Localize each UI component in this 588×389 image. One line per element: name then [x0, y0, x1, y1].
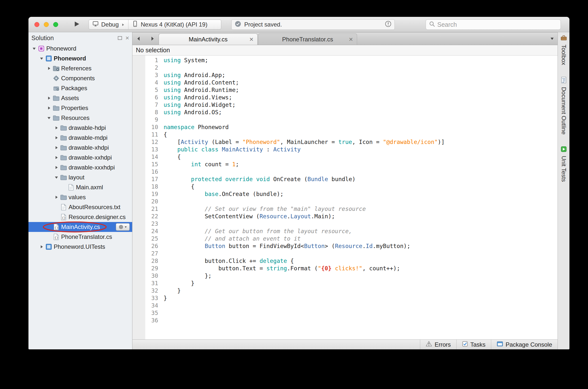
statusbar-errors-button[interactable]: Errors [420, 340, 456, 349]
expander-closed-icon[interactable] [46, 66, 52, 71]
tree-item-properties[interactable]: Properties [28, 103, 132, 113]
app-window: Debug Nexus 4 (KitKat) (API 19) Project … [28, 17, 569, 349]
tree-item-packages[interactable]: Packages [28, 83, 132, 93]
configuration-dropdown[interactable]: Debug [89, 20, 128, 29]
window-minimize-button[interactable] [44, 22, 49, 27]
build-target-icon [92, 21, 99, 29]
tree-item-label: Properties [61, 104, 88, 111]
code-line [164, 220, 558, 227]
tab-close-icon[interactable]: × [349, 36, 353, 43]
navigate-back-button[interactable] [135, 35, 142, 42]
tab-close-icon[interactable]: × [250, 36, 253, 43]
tree-item-drawable-mdpi[interactable]: drawable-mdpi [28, 133, 132, 143]
pad-dock-icon[interactable] [118, 36, 122, 40]
tree-item-drawable-xxxhdpi[interactable]: drawable-xxxhdpi [28, 162, 132, 172]
dock-tab-document-outline[interactable]: Document Outline [560, 77, 567, 134]
code-line: using Android.OS; [164, 108, 558, 116]
dock-tab-toolbox[interactable]: Toolbox [560, 35, 567, 65]
code-editor[interactable]: 1234567891011121314151617181920212223242… [132, 56, 558, 339]
tab-overflow-button[interactable] [547, 32, 558, 45]
svg-text:{}: {} [55, 236, 58, 240]
code-line: using System; [164, 57, 558, 64]
tree-item-label: Main.axml [76, 184, 103, 191]
code-line [164, 250, 558, 257]
tree-item-main-axml[interactable]: Main.axml [28, 182, 132, 192]
editor-tab-mainactivity-cs[interactable]: MainActivity.cs× [159, 33, 258, 45]
code-line: [Activity (Label = "Phoneword", MainLaun… [164, 138, 558, 146]
tree-item-layout[interactable]: layout [28, 172, 132, 182]
device-dropdown[interactable]: Nexus 4 (KitKat) (API 19) [128, 20, 211, 29]
solution-pad-title: Solution [31, 34, 54, 42]
code-line: int count = 1; [164, 161, 558, 168]
expander-closed-icon[interactable] [53, 155, 60, 160]
tree-item-drawable-xxhdpi[interactable]: drawable-xxhdpi [28, 153, 132, 162]
line-number: 32 [145, 287, 158, 294]
window-zoom-button[interactable] [53, 22, 58, 27]
play-icon [73, 20, 80, 29]
tree-item-phonetranslator-cs[interactable]: {}PhoneTranslator.cs [28, 232, 132, 242]
search-placeholder: Search [437, 21, 457, 28]
navigate-forward-button[interactable] [149, 35, 156, 42]
dock-tab-unit-tests[interactable]: Unit Tests [560, 146, 567, 182]
window-close-button[interactable] [34, 22, 39, 27]
bottom-status-bar: ErrorsTasksPackage Console [132, 339, 558, 349]
line-number: 31 [145, 280, 158, 287]
cs-file-icon: {} [52, 233, 60, 240]
item-options-gear-button[interactable] [116, 223, 130, 231]
tasks-icon [462, 341, 468, 348]
line-number: 9 [145, 116, 158, 123]
tree-item-references[interactable]: References [28, 64, 132, 73]
code-line [164, 64, 558, 71]
tree-item-label: AboutResources.txt [69, 204, 120, 211]
tree-item-resources[interactable]: Resources [28, 113, 132, 123]
expander-open-icon[interactable] [38, 56, 45, 61]
tree-item-values[interactable]: values [28, 192, 132, 202]
file-icon [67, 184, 75, 191]
search-input[interactable]: Search [426, 19, 561, 30]
code-line: using Android.Content; [164, 79, 558, 86]
line-number: 13 [145, 146, 158, 153]
expander-closed-icon[interactable] [53, 165, 60, 170]
line-number: 22 [145, 213, 158, 220]
device-label: Nexus 4 (KitKat) (API 19) [141, 21, 207, 28]
tree-item-drawable-xhdpi[interactable]: drawable-xhdpi [28, 143, 132, 153]
expander-closed-icon[interactable] [53, 195, 60, 199]
code-line: // Get our button from the layout resour… [164, 227, 558, 235]
code-line: protected override void OnCreate (Bundle… [164, 175, 558, 183]
expander-closed-icon[interactable] [46, 106, 52, 110]
run-button[interactable] [71, 20, 82, 29]
expander-open-icon[interactable] [53, 175, 60, 180]
expander-open-icon[interactable] [31, 46, 37, 51]
tree-item-label: layout [69, 174, 84, 181]
tree-item-phoneword[interactable]: Phoneword [28, 44, 132, 54]
line-number: 2 [145, 64, 158, 71]
expander-closed-icon[interactable] [53, 126, 60, 130]
toolbox-icon [560, 35, 567, 42]
expander-closed-icon[interactable] [46, 96, 52, 100]
code-line: using Android.Widget; [164, 101, 558, 108]
tree-item-phoneword-uitests[interactable]: Phoneword.UITests [28, 242, 132, 252]
tree-item-label: MainActivity.cs [61, 224, 100, 230]
pad-close-icon[interactable]: × [125, 35, 129, 41]
statusbar-tasks-button[interactable]: Tasks [456, 340, 491, 349]
tree-item-phoneword[interactable]: Phoneword [28, 54, 132, 64]
configuration-label: Debug [101, 21, 119, 28]
tree-item-assets[interactable]: Assets [28, 93, 132, 103]
info-circle-icon[interactable] [385, 21, 392, 29]
statusbar-package-console-button[interactable]: Package Console [491, 340, 558, 349]
tree-item-components[interactable]: Components [28, 73, 132, 83]
line-number: 20 [145, 198, 158, 205]
tree-item-mainactivity-cs[interactable]: {}MainActivity.cs [28, 222, 132, 232]
tree-item-aboutresources-txt[interactable]: AboutResources.txt [28, 202, 132, 212]
expander-closed-icon[interactable] [53, 145, 60, 150]
tree-item-resource-designer-cs[interactable]: {}Resource.designer.cs [28, 212, 132, 222]
right-dock-bar: ToolboxDocument OutlineUnit Tests [558, 32, 569, 349]
project-icon [45, 55, 53, 62]
code-line [164, 317, 558, 324]
editor-tab-phonetranslator-cs[interactable]: PhoneTranslator.cs× [258, 33, 357, 45]
expander-open-icon[interactable] [46, 116, 52, 120]
expander-closed-icon[interactable] [53, 135, 60, 140]
phone-icon [132, 21, 138, 29]
expander-closed-icon[interactable] [38, 245, 45, 249]
tree-item-drawable-hdpi[interactable]: drawable-hdpi [28, 123, 132, 133]
